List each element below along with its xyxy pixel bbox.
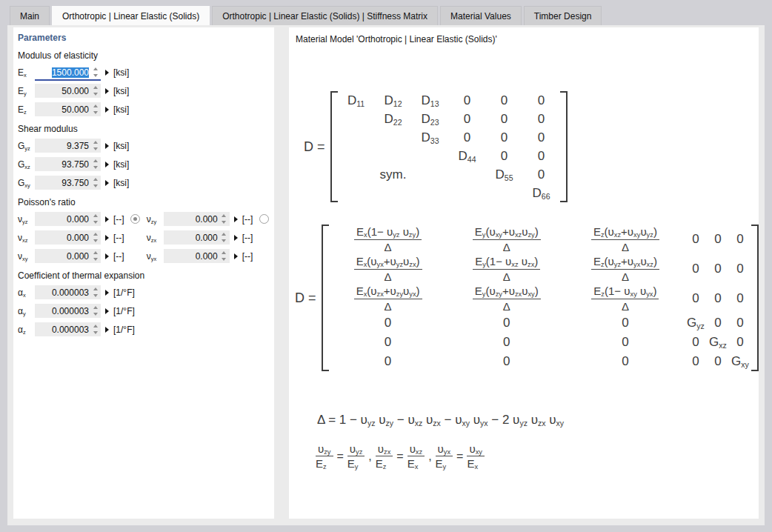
- matrix-cell: Gyz: [685, 313, 707, 333]
- spin-up-button[interactable]: [93, 159, 98, 162]
- detail-arrow-button[interactable]: [234, 235, 238, 241]
- spin-up-button[interactable]: [93, 287, 98, 290]
- param-input[interactable]: 0.000: [35, 230, 101, 245]
- spin-down-button[interactable]: [93, 313, 98, 316]
- param-label: νyz: [18, 214, 35, 225]
- matrix-row: D33000: [338, 128, 560, 147]
- matrix-cell: [412, 147, 449, 165]
- spin-up-button[interactable]: [93, 67, 98, 70]
- param-label: Ez: [18, 104, 35, 115]
- spin-up-button[interactable]: [93, 141, 98, 144]
- matrix-cell: 0: [707, 284, 729, 313]
- formula-separator: =: [396, 450, 403, 463]
- spin-down-button[interactable]: [222, 258, 226, 261]
- matrix-table: D11D12D13000D22D23000D33000D4400sym.D550…: [338, 91, 560, 202]
- param-input[interactable]: 93.750: [35, 176, 101, 190]
- param-input[interactable]: 50.000: [35, 84, 101, 98]
- parameter-row: Ex1500.000[ksi]: [18, 65, 274, 79]
- param-input[interactable]: 0.000003: [35, 285, 101, 299]
- param-input[interactable]: 0.000003: [35, 304, 101, 318]
- spin-down-button[interactable]: [93, 93, 98, 96]
- detail-arrow-button[interactable]: [105, 180, 109, 186]
- param-value: 0.000: [196, 251, 218, 262]
- unit-label: [1/°F]: [113, 306, 135, 316]
- parameters-heading: Parameters: [18, 33, 274, 43]
- param-input[interactable]: 50.000: [35, 102, 101, 116]
- spin-down-button[interactable]: [93, 147, 98, 150]
- detail-arrow-button[interactable]: [105, 107, 109, 113]
- param-label: Gyz: [18, 141, 35, 151]
- unit-label: [ksi]: [113, 141, 129, 151]
- spin-up-button[interactable]: [93, 86, 98, 89]
- fraction-denominator: Δ: [591, 270, 659, 283]
- spin-up-button[interactable]: [222, 214, 226, 217]
- detail-arrow-button[interactable]: [105, 88, 109, 94]
- fraction-denominator: Ey: [436, 456, 453, 470]
- spin-down-button[interactable]: [93, 221, 98, 224]
- spin-up-button[interactable]: [93, 251, 98, 254]
- param-input[interactable]: 0.000: [164, 230, 230, 245]
- matrix-cell: Ex(1− υyz υzy)Δ: [329, 225, 447, 254]
- spin-down-button[interactable]: [93, 166, 98, 169]
- spinner: [92, 214, 99, 224]
- param-input[interactable]: 93.750: [35, 157, 101, 171]
- detail-arrow-button[interactable]: [105, 235, 109, 241]
- param-input[interactable]: 0.000: [35, 249, 101, 263]
- matrix-row: 0000Gxz0: [329, 333, 751, 352]
- spin-up-button[interactable]: [93, 233, 98, 236]
- tab-stiffness-matrix[interactable]: Orthotropic | Linear Elastic (Solids) | …: [212, 6, 438, 25]
- detail-arrow-button[interactable]: [105, 327, 109, 333]
- param-input[interactable]: 9.375: [35, 139, 101, 153]
- matrix-cell: Gxz: [707, 333, 729, 352]
- spin-down-button[interactable]: [93, 111, 98, 114]
- tab-orthotropic-linear-elastic-solids[interactable]: Orthotropic | Linear Elastic (Solids): [52, 6, 210, 25]
- radio-poisson-right[interactable]: [259, 214, 269, 224]
- spin-up-button[interactable]: [93, 104, 98, 107]
- detail-arrow-button[interactable]: [105, 290, 109, 296]
- matrix-cell: 0: [523, 110, 560, 128]
- param-input[interactable]: 0.000: [35, 212, 101, 226]
- spin-down-button[interactable]: [93, 184, 98, 187]
- spin-down-button[interactable]: [222, 221, 226, 224]
- spin-up-button[interactable]: [93, 178, 98, 181]
- matrix-cell: Gxy: [729, 352, 751, 371]
- spin-up-button[interactable]: [222, 251, 226, 254]
- fraction-denominator: Ey: [347, 456, 365, 470]
- radio-poisson-left[interactable]: [130, 214, 140, 224]
- detail-arrow-button[interactable]: [105, 70, 109, 76]
- spin-down-button[interactable]: [93, 331, 98, 334]
- spin-down-button[interactable]: [93, 258, 98, 261]
- parameter-row: αz0.000003[1/°F]: [18, 322, 274, 336]
- fraction: υxzEx: [407, 442, 425, 471]
- spin-up-button[interactable]: [93, 214, 98, 217]
- detail-arrow-button[interactable]: [105, 216, 109, 222]
- unit-label: [ksi]: [113, 178, 129, 188]
- detail-arrow-button[interactable]: [234, 253, 238, 259]
- param-value: 0.000: [67, 233, 89, 243]
- matrix-cell: D44: [449, 147, 486, 165]
- matrix-cell: 0: [685, 254, 707, 284]
- fraction-denominator: Δ: [354, 270, 422, 283]
- spin-up-button[interactable]: [93, 325, 98, 327]
- spin-down-button[interactable]: [93, 294, 98, 297]
- param-label: νxy: [18, 251, 35, 262]
- tab-timber-design[interactable]: Timber Design: [524, 6, 602, 25]
- detail-arrow-button[interactable]: [234, 216, 238, 222]
- tab-main[interactable]: Main: [10, 6, 50, 25]
- detail-arrow-button[interactable]: [105, 162, 109, 167]
- detail-arrow-button[interactable]: [105, 253, 109, 259]
- fraction: Ez(υyz+υyxυxz)Δ: [591, 255, 659, 283]
- spin-down-button[interactable]: [222, 239, 226, 242]
- param-input[interactable]: 1500.000: [35, 65, 101, 79]
- detail-arrow-button[interactable]: [105, 308, 109, 314]
- spin-up-button[interactable]: [93, 306, 98, 309]
- spin-down-button[interactable]: [93, 239, 98, 242]
- param-input[interactable]: 0.000003: [35, 322, 101, 336]
- tab-material-values[interactable]: Material Values: [440, 6, 522, 25]
- detail-arrow-button[interactable]: [105, 143, 109, 149]
- param-input[interactable]: 0.000: [164, 212, 230, 226]
- fraction-denominator: Δ: [473, 240, 541, 253]
- spin-up-button[interactable]: [222, 233, 226, 236]
- spin-down-button[interactable]: [93, 74, 98, 77]
- param-input[interactable]: 0.000: [164, 249, 230, 263]
